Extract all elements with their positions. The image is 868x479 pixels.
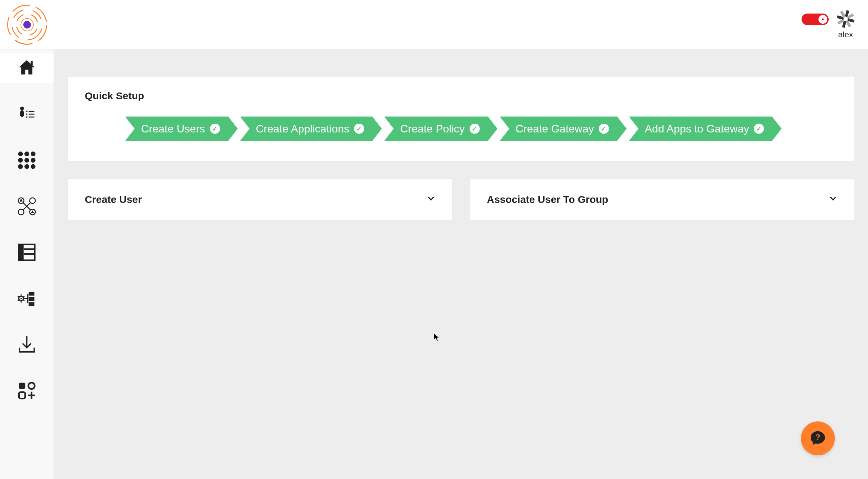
panel-title: Associate User To Group: [487, 194, 608, 205]
step-label: Create Users: [141, 123, 205, 135]
svg-point-36: [18, 158, 23, 163]
svg-line-12: [821, 20, 822, 21]
app-logo[interactable]: [0, 0, 54, 49]
check-icon: ✓: [470, 124, 480, 134]
check-icon: ✓: [599, 124, 609, 134]
svg-rect-32: [29, 117, 35, 118]
add-module-icon: [17, 381, 36, 400]
help-fab[interactable]: ?: [801, 421, 835, 455]
sidebar-user-groups[interactable]: [0, 191, 54, 222]
step-create-gateway[interactable]: Create Gateway ✓: [500, 117, 617, 141]
step-label: Create Applications: [256, 123, 350, 135]
svg-text:?: ?: [815, 433, 820, 442]
svg-rect-63: [28, 383, 35, 389]
sidebar-policy[interactable]: [0, 237, 54, 268]
svg-point-34: [24, 151, 29, 156]
user-network-icon: [17, 197, 36, 216]
check-icon: ✓: [354, 124, 364, 134]
svg-point-35: [31, 151, 36, 156]
svg-point-55: [20, 298, 22, 299]
svg-rect-26: [22, 111, 24, 116]
settings-tree-icon: [17, 289, 36, 308]
sidebar: [0, 49, 54, 479]
check-icon: ✓: [210, 124, 220, 134]
svg-point-27: [26, 111, 27, 112]
app-header: alex: [0, 0, 868, 49]
svg-point-47: [18, 209, 24, 215]
step-create-applications[interactable]: Create Applications ✓: [240, 117, 373, 141]
svg-rect-28: [29, 111, 35, 112]
step-label: Add Apps to Gateway: [645, 123, 749, 135]
sidebar-downloads[interactable]: [0, 329, 54, 360]
home-icon: [17, 59, 36, 78]
create-user-panel[interactable]: Create User: [68, 179, 452, 220]
svg-point-38: [31, 158, 36, 163]
svg-point-29: [26, 113, 27, 115]
svg-line-13: [824, 18, 824, 18]
step-label: Create Policy: [400, 123, 465, 135]
grid-icon: [17, 151, 36, 170]
step-create-policy[interactable]: Create Policy ✓: [384, 117, 488, 141]
svg-point-37: [24, 158, 29, 163]
svg-point-4: [23, 21, 31, 28]
svg-rect-59: [29, 297, 35, 301]
step-create-users[interactable]: Create Users ✓: [125, 117, 228, 141]
svg-rect-64: [19, 392, 25, 399]
username-label: alex: [838, 30, 853, 39]
theme-toggle[interactable]: [802, 14, 829, 25]
main-content: Quick Setup Create Users ✓ Create Applic…: [54, 49, 868, 479]
sidebar-settings-tree[interactable]: [0, 283, 54, 314]
avatar: [837, 10, 854, 28]
chevron-down-icon: [829, 194, 837, 205]
download-icon: [17, 335, 36, 354]
quick-setup-card: Quick Setup Create Users ✓ Create Applic…: [68, 77, 854, 161]
svg-rect-51: [19, 245, 24, 261]
quick-setup-title: Quick Setup: [85, 90, 837, 102]
svg-point-39: [18, 164, 23, 169]
toggle-knob: [818, 15, 827, 24]
sidebar-users[interactable]: [0, 99, 54, 129]
step-add-apps-gateway[interactable]: Add Apps to Gateway ✓: [629, 117, 772, 141]
check-icon: ✓: [754, 124, 764, 134]
svg-point-40: [24, 164, 29, 169]
associate-user-panel[interactable]: Associate User To Group: [470, 179, 854, 220]
svg-point-23: [20, 107, 24, 110]
svg-point-33: [18, 151, 23, 156]
svg-point-31: [26, 116, 27, 118]
help-chat-icon: ?: [808, 429, 827, 448]
svg-point-46: [29, 198, 35, 204]
svg-point-5: [822, 18, 824, 20]
step-label: Create Gateway: [516, 123, 594, 135]
svg-rect-30: [29, 114, 35, 115]
svg-point-41: [31, 164, 36, 169]
person-list-icon: [17, 105, 36, 124]
panel-title: Create User: [85, 194, 142, 205]
svg-rect-58: [29, 292, 35, 295]
svg-rect-60: [29, 302, 35, 306]
sidebar-apps-grid[interactable]: [0, 145, 54, 175]
user-menu[interactable]: alex: [837, 10, 854, 39]
svg-rect-62: [19, 383, 25, 389]
sidebar-home[interactable]: [0, 53, 54, 83]
sidebar-add-module[interactable]: [0, 375, 54, 406]
svg-line-10: [821, 18, 822, 18]
svg-rect-22: [31, 61, 33, 65]
svg-rect-25: [20, 111, 21, 116]
layout-icon: [17, 243, 36, 262]
chevron-down-icon: [427, 194, 435, 205]
setup-steps-row: Create Users ✓ Create Applications ✓ Cre…: [85, 117, 837, 141]
svg-line-11: [824, 20, 824, 21]
